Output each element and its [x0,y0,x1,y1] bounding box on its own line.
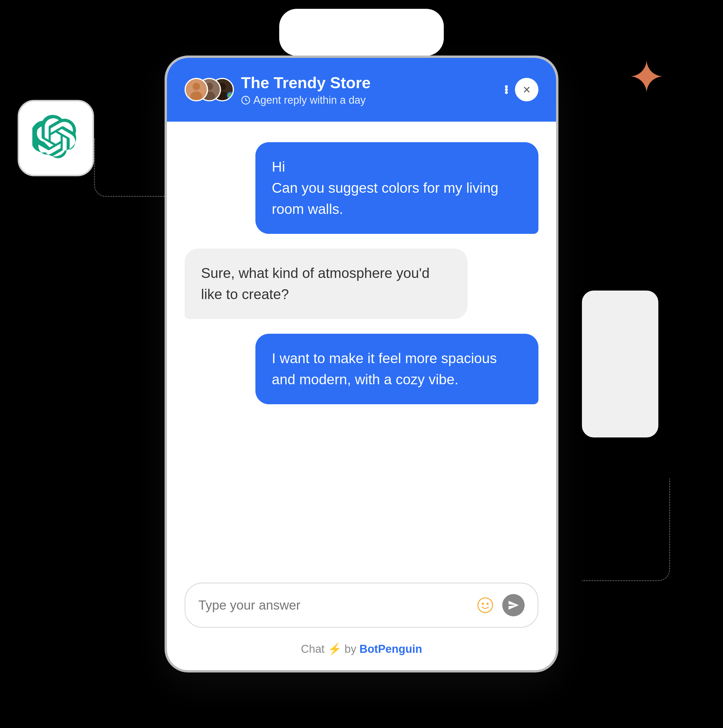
svg-point-10 [478,598,493,613]
message-2: Sure, what kind of atmosphere you'd like… [185,249,467,319]
message-3: I want to make it feel more spacious and… [256,334,538,404]
reply-time: Agent reply within a day [241,94,496,106]
chat-input-area [167,571,556,642]
send-button[interactable] [502,594,525,616]
chat-header: The Trendy Store Agent reply within a da… [167,58,556,122]
message-1: HiCan you suggest colors for my living r… [256,142,538,234]
svg-point-11 [482,603,484,605]
chat-footer: Chat ⚡ by BotPenguin [167,642,556,670]
footer-brand: BotPenguin [360,643,422,655]
message-3-text: I want to make it feel more spacious and… [272,350,497,387]
svg-point-12 [487,603,489,605]
close-button[interactable]: × [515,78,538,101]
svg-point-1 [193,83,200,90]
header-info: The Trendy Store Agent reply within a da… [241,73,496,106]
chat-widget: The Trendy Store Agent reply within a da… [165,55,558,673]
message-1-text: HiCan you suggest colors for my living r… [272,159,498,217]
star-decoration [629,59,664,94]
avatar-1 [185,78,208,101]
openai-logo-icon [32,115,80,162]
footer-by: by [345,643,360,655]
top-notch [279,9,444,56]
dashed-connector-right [582,478,670,581]
emoji-button[interactable] [474,594,496,616]
avatar-group [185,76,231,103]
answer-input[interactable] [198,598,468,613]
footer-bolt: ⚡ [328,643,342,655]
reply-time-text: Agent reply within a day [253,94,366,106]
online-indicator [227,92,234,99]
more-menu-button[interactable] [505,85,508,94]
chat-messages: HiCan you suggest colors for my living r… [167,122,556,571]
store-name: The Trendy Store [241,73,496,92]
footer-prefix: Chat [301,643,325,655]
message-2-text: Sure, what kind of atmosphere you'd like… [201,265,430,302]
header-actions: × [505,78,538,101]
right-panel [582,291,658,437]
openai-logo-box [18,100,94,176]
clock-icon [241,95,250,105]
input-container [185,583,538,628]
